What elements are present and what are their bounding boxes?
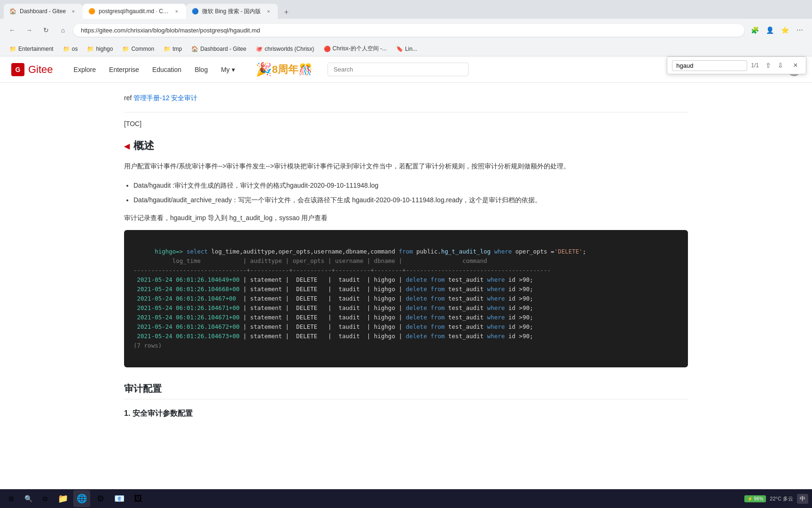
inline-text: 审计记录查看，hgaudit_imp 导入到 hg_t_audit_log，sy… [124,214,688,222]
bookmark-common[interactable]: 📁 Common [118,45,158,53]
code-row3-time: 2021-05-24 06:01:26.10467+00 [133,295,240,302]
code-header: log_time | audittype | oper_opts | usern… [133,257,551,274]
favorites-button[interactable]: ⭐ [778,24,791,37]
code-row1-cond: id >90; [505,276,533,283]
code-row1-end: test_audit [445,276,487,283]
find-input[interactable] [672,60,747,71]
code-row5-delete: delete from [406,314,445,321]
code-row2-where: where [487,286,505,293]
code-row4-end: test_audit [445,304,487,311]
tab-close-gitee[interactable]: × [173,8,180,15]
back-button[interactable]: ← [6,24,19,37]
gitee-nav: Explore Enterprise Education Blog My ▾ [68,62,241,77]
gitee-logo[interactable]: G Gitee [11,63,53,76]
code-row2-time: 2021-05-24 06:01:26.104668+00 [133,286,240,293]
nav-explore[interactable]: Explore [68,62,102,77]
browser-chrome: 🏠 Dashboard - Gitee × 🟠 postgresql/hgaud… [0,0,812,56]
tab-dashboard[interactable]: 🏠 Dashboard - Gitee × [4,4,83,19]
home-button[interactable]: ⌂ [56,24,70,37]
code-row5-where: where [487,314,505,321]
bookmark-lin[interactable]: 🔖 Lin... [392,45,421,53]
bookmark-label-chrisx: Chrisx-的个人空间 -... [333,45,387,53]
code-row2-end: test_audit [445,286,487,293]
find-close-button[interactable]: × [790,60,801,71]
tab-bing[interactable]: 🔵 微软 Bing 搜索 - 国内版 × [186,4,278,19]
tab-close-bing[interactable]: × [265,8,272,15]
bookmark-dashboard[interactable]: 🏠 Dashboard - Gitee [187,45,250,53]
main-content: ref 管理手册-12 安全审计 [TOC] ◀ 概述 用户配置审计事件/系统审… [105,83,707,436]
tab-close-dashboard[interactable]: × [70,8,77,15]
nav-bar: ← → ↻ ⌂ 🧩 👤 ⭐ ⋯ [0,19,812,41]
site-content: G Gitee Explore Enterprise Education Blo… [0,56,812,436]
tab-title-bing: 微软 Bing 搜索 - 国内版 [202,8,261,16]
code-row5-rest: | statement | DELETE | taudit | highgo | [240,314,406,321]
nav-enterprise[interactable]: Enterprise [103,62,145,77]
code-row2-rest: | statement | DELETE | taudit | highgo | [240,286,406,293]
ref-link[interactable]: 管理手册-12 安全审计 [133,94,197,102]
extensions-button[interactable]: 🧩 [748,24,761,37]
code-row3-rest: | statement | DELETE | taudit | highgo | [240,295,406,302]
section1-title: 概述 [133,139,154,153]
code-row3-cond: id >90; [505,295,533,302]
bookmark-chrisworlds[interactable]: 🐙 chrisworlds (Chrisx) [252,45,318,53]
new-tab-button[interactable]: + [280,6,293,19]
code-row1-where: where [487,276,505,283]
folder-icon-highgo: 📁 [87,46,94,52]
bookmark-label-chrisworlds: chrisworlds (Chrisx) [265,46,314,52]
folder-icon-entertainment: 📁 [9,46,16,52]
section-collapse-arrow[interactable]: ◀ [124,142,130,151]
code-keyword-where: where [494,248,512,255]
nav-my[interactable]: My ▾ [215,62,241,77]
code-row4-cond: id >90; [505,304,533,311]
code-block: highgo=> select log_time,audittype,oper_… [124,230,688,367]
code-string-val: 'DELETE' [554,248,583,255]
folder-icon-os: 📁 [63,46,70,52]
find-count: 1/1 [751,62,759,69]
tab-gitee[interactable]: 🟠 postgresql/hgaudit.md · Chrisx/... × [83,4,186,19]
code-row4-rest: | statement | DELETE | taudit | highgo | [240,304,406,311]
site-icon-lin: 🔖 [396,46,403,52]
chevron-down-icon: ▾ [232,66,235,73]
settings-button[interactable]: ⋯ [793,24,806,37]
code-row1-rest: | statement | DELETE | taudit | highgo | [240,276,406,283]
code-table: public. [413,248,441,255]
bookmark-highgo[interactable]: 📁 highgo [83,45,117,53]
code-row3-where: where [487,295,505,302]
site-icon-chrisworlds: 🐙 [256,46,263,52]
profile-button[interactable]: 👤 [763,24,776,37]
code-row5-cond: id >90; [505,314,533,321]
code-query-fields: log_time,audittype,oper_opts,username,db… [208,248,398,255]
code-row1-delete: delete from [406,276,445,283]
bookmark-chrisx[interactable]: 🔴 Chrisx-的个人空间 -... [320,44,390,54]
code-row6-delete: delete from [406,323,445,330]
section1-heading: ◀ 概述 [124,139,688,153]
bookmark-entertainment[interactable]: 📁 Entertainment [6,45,57,53]
section-divider [124,112,688,112]
bookmark-label-entertainment: Entertainment [18,46,54,52]
tab-favicon-dashboard: 🏠 [9,8,16,15]
find-prev-button[interactable]: ⇧ [763,60,774,71]
bookmark-label-common: Common [131,46,154,52]
gitee-logo-text: Gitee [28,64,53,76]
address-bar[interactable] [73,24,744,37]
tab-favicon-gitee: 🟠 [88,8,95,15]
forward-button[interactable]: → [23,24,36,37]
bookmark-os[interactable]: 📁 os [59,45,82,53]
bookmark-tmp[interactable]: 📁 tmp [160,45,186,53]
bookmark-label-lin: Lin... [405,46,417,52]
refresh-button[interactable]: ↻ [39,24,53,37]
nav-education[interactable]: Education [147,62,187,77]
search-input[interactable] [328,63,468,76]
bookmark-label-highgo: highgo [96,46,113,52]
code-keyword-from: from [398,248,413,255]
nav-blog[interactable]: Blog [189,62,213,77]
code-row4-where: where [487,304,505,311]
list-item-2: Data/hgaudit/audit_archive_ready：写完一个审计文… [133,194,688,206]
bookmark-label-os: os [72,46,78,52]
site-icon-dashboard: 🏠 [191,46,198,52]
description-text: 用户配置审计事件/系统审计事件-->审计事件发生-->审计模块把审计事件记录到审… [124,160,688,172]
find-next-button[interactable]: ⇩ [775,60,786,71]
section3-title: 1. 安全审计参数配置 [124,409,688,419]
code-row6-end: test_audit [445,323,487,330]
code-row3-delete: delete from [406,295,445,302]
